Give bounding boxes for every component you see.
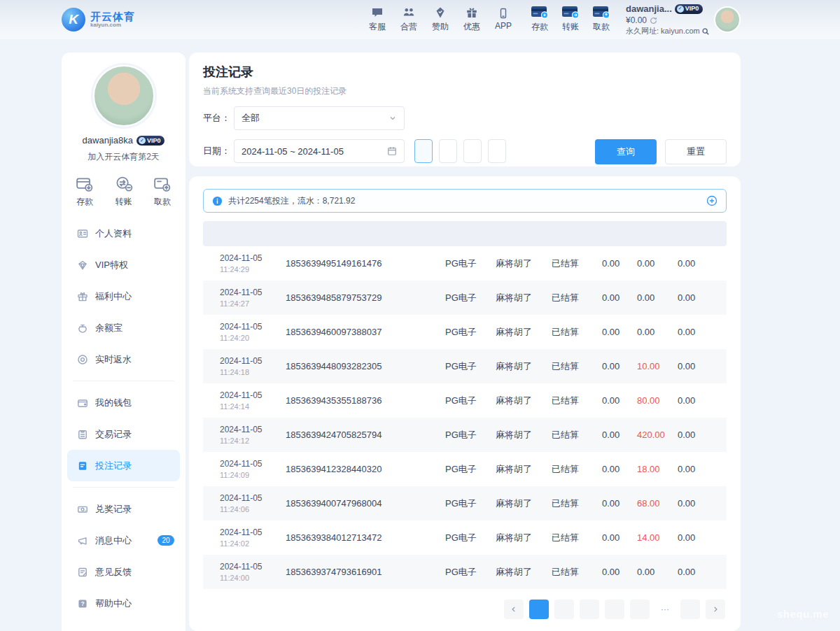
sidebar-menu-item[interactable]: VIP特权 <box>62 249 186 281</box>
info-icon <box>212 196 223 206</box>
page-button[interactable] <box>605 600 624 619</box>
topbar-link[interactable]: 客服 <box>367 6 388 33</box>
sidebar-quick-action[interactable]: 取款 <box>153 176 172 208</box>
quick-range-buttons <box>414 139 506 163</box>
topbar-link[interactable]: 优惠 <box>461 6 482 33</box>
sidebar-quick-action[interactable]: 转账 <box>115 176 133 208</box>
sidebar-menu-item[interactable]: 余额宝 <box>62 312 186 343</box>
page-button[interactable] <box>554 600 574 619</box>
vip-shield-icon: ✓ <box>139 137 146 144</box>
column-header <box>281 221 441 246</box>
topbar-wallet-links: 存款 转账 取款 <box>529 6 612 33</box>
logo-domain-text: kaiyun.com <box>90 22 135 28</box>
filter-card: 投注记录 当前系统支持查询最近30日的投注记录 平台： 全部 日期： 2024-… <box>189 52 741 166</box>
topbar-link[interactable]: 合营 <box>398 6 419 33</box>
table-row: 2024-11-0511:24:18 1853639448093282305 P… <box>203 349 727 383</box>
topbar-link[interactable]: 存款 <box>529 6 550 33</box>
service-chat-icon <box>371 6 384 19</box>
page-button[interactable] <box>580 600 599 619</box>
sidebar-menu-item[interactable]: 福利中心 <box>62 281 186 312</box>
expand-plus-icon[interactable] <box>706 195 718 206</box>
sidebar-quick-action[interactable]: 存款 <box>76 176 94 208</box>
quick-range-button[interactable] <box>463 139 482 163</box>
prev-page-button[interactable] <box>504 600 524 619</box>
transfer-card-icon <box>561 6 580 19</box>
withdraw-card-icon <box>592 6 610 19</box>
page-subtitle: 当前系统支持查询最近30日的投注记录 <box>203 85 727 97</box>
topbar: K 开云体育 kaiyun.com 客服 合营 赞助 优惠 APP 存款 <box>0 0 840 39</box>
page-button[interactable] <box>630 600 650 619</box>
platform-selected-value: 全部 <box>241 112 260 125</box>
join-days-text: 加入开云体育第2天 <box>62 151 186 163</box>
table-row: 2024-11-0511:24:00 1853639374793616901 P… <box>203 555 727 589</box>
records-table: 2024-11-0511:24:29 1853639495149161476 P… <box>203 221 727 589</box>
sidebar-menu-item[interactable]: 消息中心 20 <box>62 525 186 556</box>
deposit-card-icon <box>531 6 549 19</box>
sidebar-quick-actions: 存款 转账 取款 <box>62 176 186 208</box>
date-range-input[interactable]: 2024-11-05 ~ 2024-11-05 <box>234 139 405 163</box>
topbar-username: dawanjia... <box>626 3 672 15</box>
sidebar-menu-item[interactable]: 意见反馈 <box>62 556 186 588</box>
column-header <box>203 221 281 246</box>
search-button[interactable]: 查询 <box>595 139 657 164</box>
page-number-buttons: ··· <box>529 600 700 619</box>
topbar-link[interactable]: APP <box>493 6 514 33</box>
column-header <box>598 221 633 246</box>
bet-records-icon <box>77 460 88 472</box>
logo-monogram-icon: K <box>62 8 85 31</box>
pagination: ··· <box>203 600 727 619</box>
sidebar-menu-item[interactable]: 个人资料 <box>62 218 186 249</box>
sidebar-vip-badge: ✓VIP0 <box>136 136 165 146</box>
column-header <box>491 221 547 246</box>
withdraw-outline-icon <box>153 176 172 192</box>
quick-range-button[interactable] <box>439 139 457 163</box>
topbar-link[interactable]: 取款 <box>591 6 612 33</box>
promo-gift-icon <box>465 6 478 19</box>
user-avatar-small[interactable] <box>714 6 741 33</box>
topbar-user-block[interactable]: dawanjia... ✓VIP0 ¥0.00 永久网址: kaiyun.com <box>626 3 708 36</box>
sidebar-username: dawanjia8ka <box>83 135 133 146</box>
savings-pot-icon <box>77 322 88 334</box>
sidebar-menu-item[interactable]: 交易记录 <box>62 418 186 450</box>
site-logo[interactable]: K 开云体育 kaiyun.com <box>62 8 135 31</box>
svg-text:?: ? <box>80 600 84 607</box>
platform-label: 平台： <box>203 112 234 125</box>
unread-count-badge: 20 <box>158 535 174 546</box>
platform-select[interactable]: 全部 <box>234 106 405 130</box>
feedback-icon <box>77 567 88 578</box>
sidebar-menu-item[interactable]: 投注记录 <box>67 450 180 481</box>
transfer-outline-icon <box>115 176 133 192</box>
column-header <box>547 221 598 246</box>
date-label: 日期： <box>203 145 234 157</box>
page-button[interactable] <box>529 600 549 619</box>
sidebar-menu-item[interactable]: 我的钱包 <box>62 387 186 418</box>
refresh-balance-icon[interactable] <box>650 17 657 24</box>
menu-divider <box>73 487 174 488</box>
user-avatar-large[interactable] <box>93 65 155 127</box>
column-header <box>633 221 673 246</box>
sidebar-menu-item[interactable]: 兑奖记录 <box>62 493 186 525</box>
page-ellipsis: ··· <box>655 600 675 619</box>
next-page-button[interactable] <box>706 600 725 619</box>
calendar-icon <box>387 146 397 156</box>
profile-block: dawanjia8ka ✓VIP0 加入开云体育第2天 <box>62 65 186 163</box>
search-url-icon[interactable] <box>701 27 710 36</box>
quick-range-button[interactable] <box>488 139 506 163</box>
table-header-row <box>203 221 727 246</box>
partners-icon <box>402 6 415 19</box>
date-range-value: 2024-11-05 ~ 2024-11-05 <box>241 146 344 157</box>
sidebar-menu-item[interactable]: ? 帮助中心 <box>62 588 186 619</box>
sidebar-menu-item[interactable]: 实时返水 <box>62 343 186 375</box>
table-row: 2024-11-0511:24:27 1853639485879753729 P… <box>203 281 727 315</box>
topbar-link[interactable]: 赞助 <box>430 6 451 33</box>
sidebar: dawanjia8ka ✓VIP0 加入开云体育第2天 存款 转账 取款 个人资… <box>62 52 186 631</box>
page-button[interactable] <box>680 600 700 619</box>
vip-shield-icon: ✓ <box>677 6 684 13</box>
help-center-icon: ? <box>77 598 88 609</box>
topbar-link[interactable]: 转账 <box>560 6 581 33</box>
reset-button[interactable]: 重置 <box>665 139 727 164</box>
summary-text: 共计2254笔投注，流水：8,721.92 <box>228 195 355 207</box>
column-header <box>673 221 727 246</box>
table-body: 2024-11-0511:24:29 1853639495149161476 P… <box>203 246 727 589</box>
quick-range-button[interactable] <box>414 139 433 163</box>
